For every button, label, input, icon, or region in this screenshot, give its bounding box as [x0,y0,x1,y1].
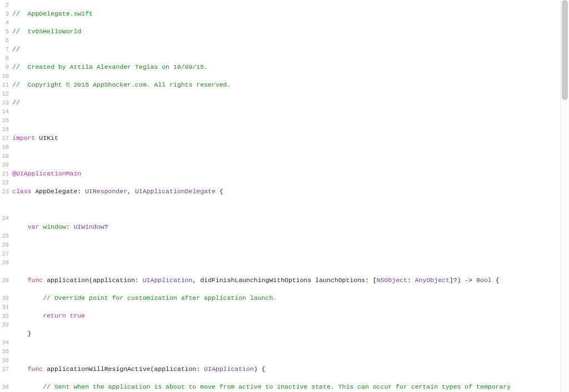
scrollbar-thumb[interactable] [562,0,568,100]
code-editor[interactable]: 2345678910111213141516171819202122232425… [0,0,569,392]
code-line: func application(application: UIApplicat… [12,276,569,285]
code-area[interactable]: // AppDelegate.swift // tvOSHelloWorld /… [10,0,569,392]
code-line: return true [12,311,569,320]
code-line: @UIApplicationMain [12,169,569,178]
code-line: // Created by Attila Alexander Teglas on… [12,63,569,72]
code-line: func applicationWillResignActive(applica… [12,365,569,374]
code-line: // tvOSHelloWorld [12,27,569,36]
code-line: } [12,329,569,338]
code-line: // [12,45,569,54]
line-number-gutter: 2345678910111213141516171819202122232425… [0,0,10,392]
code-line [12,152,569,160]
code-line [12,347,569,356]
code-line: class AppDelegate: UIResponder, UIApplic… [12,187,569,196]
code-line: // Override point for customization afte… [12,294,569,303]
code-line: // Copyright © 2015 AppShocker.com. All … [12,81,569,89]
code-line [12,258,569,267]
code-line: var window: UIWindow? [12,223,569,232]
code-line: import UIKit [12,134,569,143]
code-line: // Sent when the application is about to… [12,383,569,391]
code-line: // [12,98,569,107]
code-line [12,205,569,214]
vertical-scrollbar[interactable] [560,0,569,392]
code-line: // AppDelegate.swift [12,9,569,18]
code-line [12,116,569,125]
code-line [12,240,569,249]
